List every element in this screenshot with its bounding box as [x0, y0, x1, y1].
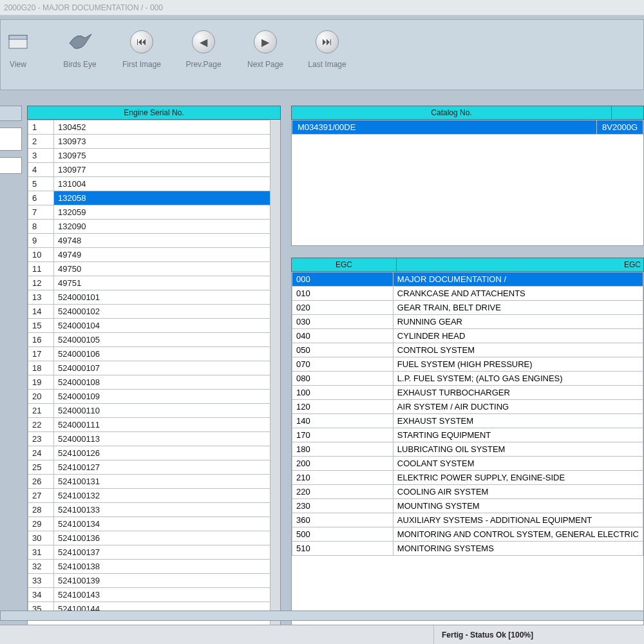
prev-page-button[interactable]: ◀ Prev.Page [182, 28, 225, 69]
row-index: 27 [28, 489, 54, 503]
engine-header-text: Engine Serial No. [124, 108, 184, 117]
table-row[interactable]: 080L.P. FUEL SYSTEM; (ALTO GAS ENGINES) [292, 372, 643, 386]
last-image-button[interactable]: ⏭ Last Image [306, 28, 348, 69]
left-input-stub[interactable] [0, 128, 22, 151]
birdseye-button[interactable]: Birds Eye [59, 28, 101, 69]
table-row[interactable]: 14524000102 [28, 305, 280, 319]
table-row[interactable]: 050CONTROL SYSTEM [292, 343, 643, 357]
table-row[interactable]: 200COOLANT SYSTEM [292, 457, 643, 471]
table-row[interactable]: 040CYLINDER HEAD [292, 329, 643, 343]
table-row[interactable]: 16524000105 [28, 333, 280, 347]
egc-code: 170 [292, 428, 393, 442]
table-row[interactable]: 1130452 [28, 120, 280, 135]
table-row[interactable]: 180LUBRICATING OIL SYSTEM [292, 442, 643, 457]
table-row[interactable]: 100EXHAUST TURBOCHARGER [292, 386, 643, 400]
table-row[interactable]: 2130973 [28, 135, 280, 149]
row-index: 9 [28, 234, 54, 248]
engine-serial: 524100127 [54, 460, 280, 475]
table-row[interactable]: 15524000104 [28, 319, 280, 333]
table-row[interactable]: 24524100126 [28, 446, 280, 460]
engine-list[interactable]: 1130452213097331309754130977513100461320… [27, 120, 281, 629]
table-row[interactable]: 020GEAR TRAIN, BELT DRIVE [292, 301, 643, 315]
engine-serial: 524000102 [54, 305, 280, 319]
engine-serial: 524000113 [54, 432, 280, 446]
table-row[interactable]: 30524100136 [28, 531, 280, 545]
table-row[interactable]: 070FUEL SYSTEM (HIGH PRESSURE) [292, 357, 643, 372]
catalog-header-2 [612, 106, 644, 120]
table-row[interactable]: 28524100133 [28, 503, 280, 517]
table-row[interactable]: 22524000111 [28, 418, 280, 432]
egc-desc: ELEKTRIC POWER SUPPLY, ENGINE-SIDE [393, 471, 643, 485]
table-row[interactable]: 140EXHAUST SYSTEM [292, 414, 643, 428]
table-row[interactable]: 210ELEKTRIC POWER SUPPLY, ENGINE-SIDE [292, 471, 643, 485]
table-row[interactable]: 31524100137 [28, 545, 280, 560]
table-row[interactable]: 20524000109 [28, 390, 280, 404]
egc-desc: AIR SYSTEM / AIR DUCTING [393, 400, 643, 414]
row-index: 23 [28, 432, 54, 446]
table-row[interactable]: 13524000101 [28, 290, 280, 305]
table-row[interactable]: 17524000106 [28, 347, 280, 361]
table-row[interactable]: 120AIR SYSTEM / AIR DUCTING [292, 400, 643, 414]
table-row[interactable]: 1049749 [28, 248, 280, 262]
egc-desc: CYLINDER HEAD [393, 329, 643, 343]
left-input-stub2[interactable] [0, 157, 22, 174]
table-row[interactable]: 010CRANKCASE AND ATTACHENTS [292, 287, 643, 301]
egc-code: 080 [292, 372, 393, 386]
egc-desc: MOUNTING SYSTEM [393, 499, 643, 513]
next-page-button[interactable]: ▶ Next Page [244, 28, 287, 69]
first-image-button[interactable]: ⏮ First Image [120, 28, 163, 69]
table-row[interactable]: 5131004 [28, 177, 280, 191]
table-row[interactable]: 1249751 [28, 276, 280, 290]
table-row[interactable]: 170STARTING EQUIPMENT [292, 428, 643, 442]
status-text: Fertig - Status Ok [100%] [433, 625, 541, 644]
table-row[interactable]: 000MAJOR DOCUMENTATION / [292, 272, 643, 287]
table-row[interactable]: 360AUXILIARY SYSTEMS - ADDITIONAL EQUIPM… [292, 513, 643, 527]
egc-desc: COOLANT SYSTEM [393, 457, 643, 471]
egc-header-code: EGC [291, 258, 397, 272]
table-row[interactable]: 18524000107 [28, 361, 280, 375]
table-row[interactable]: 230MOUNTING SYSTEM [292, 499, 643, 513]
table-row[interactable]: 030RUNNING GEAR [292, 315, 643, 329]
egc-code: 100 [292, 386, 393, 400]
table-row[interactable]: 7132059 [28, 205, 280, 220]
table-row[interactable]: 6132058 [28, 191, 280, 205]
table-row[interactable]: 500MONITORING AND CONTROL SYSTEM, GENERA… [292, 527, 643, 542]
egc-desc: MAJOR DOCUMENTATION / [393, 272, 643, 287]
table-row[interactable]: 8132090 [28, 220, 280, 234]
table-row[interactable]: 26524100131 [28, 475, 280, 489]
catalog-list[interactable]: M034391/00DE8V2000G [291, 120, 644, 246]
last-label: Last Image [308, 60, 346, 69]
status-bar: Fertig - Status Ok [100%] [0, 625, 644, 644]
table-row[interactable]: 34524100143 [28, 588, 280, 602]
egc-desc: EXHAUST TURBOCHARGER [393, 386, 643, 400]
egc-list[interactable]: 000MAJOR DOCUMENTATION /010CRANKCASE AND… [291, 272, 644, 629]
table-row[interactable]: 29524100134 [28, 517, 280, 531]
engine-serial: 524000106 [54, 347, 280, 361]
table-row[interactable]: 510MONITORING SYSTEMS [292, 542, 643, 556]
engine-serial: 524000107 [54, 361, 280, 375]
table-row[interactable]: 23524000113 [28, 432, 280, 446]
engine-serial: 524100132 [54, 489, 280, 503]
table-row[interactable]: 220COOLING AIR SYSTEM [292, 485, 643, 499]
window-title: 2000G20 - MAJOR DOCUMENTATION / - 000 [4, 3, 163, 12]
row-index: 10 [28, 248, 54, 262]
scrollbar[interactable] [270, 120, 280, 628]
table-row[interactable]: M034391/00DE8V2000G [292, 120, 643, 135]
table-row[interactable]: 19524000108 [28, 375, 280, 390]
table-row[interactable]: 3130975 [28, 149, 280, 163]
table-row[interactable]: 27524100132 [28, 489, 280, 503]
row-index: 14 [28, 305, 54, 319]
table-row[interactable]: 32524100138 [28, 560, 280, 574]
table-row[interactable]: 25524100127 [28, 460, 280, 475]
table-row[interactable]: 1149750 [28, 262, 280, 276]
view-button[interactable]: View [0, 28, 39, 69]
table-row[interactable]: 949748 [28, 234, 280, 248]
table-row[interactable]: 21524000110 [28, 404, 280, 418]
egc-code: 000 [292, 272, 393, 287]
table-row[interactable]: 33524100139 [28, 574, 280, 588]
table-row[interactable]: 4130977 [28, 163, 280, 177]
catalog-model: 8V2000G [597, 120, 643, 135]
row-index: 2 [28, 135, 54, 149]
catalog-header-text: Catalog No. [431, 108, 471, 117]
egc-code: 220 [292, 485, 393, 499]
